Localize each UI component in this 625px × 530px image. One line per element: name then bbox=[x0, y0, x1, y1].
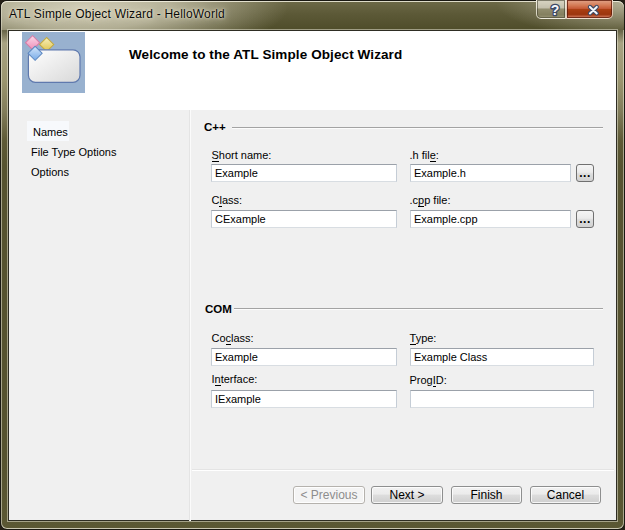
svg-text:?: ? bbox=[551, 2, 560, 18]
